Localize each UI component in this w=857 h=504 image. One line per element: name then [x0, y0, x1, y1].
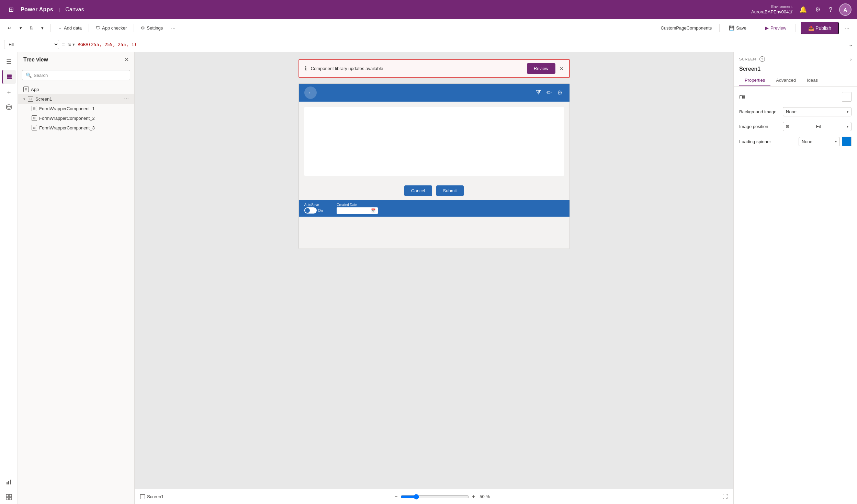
app-content-area — [304, 107, 564, 176]
background-image-label: Background image — [739, 109, 783, 114]
app-checker-button[interactable]: 🛡 App checker — [92, 23, 130, 33]
property-select[interactable]: Fill — [4, 40, 59, 49]
settings-button[interactable]: ⚙ Settings — [137, 23, 166, 33]
save-icon: 💾 — [729, 25, 734, 31]
right-panel-expand-icon[interactable]: › — [850, 57, 852, 62]
background-image-select[interactable]: None ▾ — [783, 107, 852, 116]
tree-close-button[interactable]: ✕ — [124, 56, 129, 63]
loading-spinner-label: Loading spinner — [739, 139, 799, 144]
chevron-down-icon: ▾ — [20, 25, 22, 31]
img-pos-chevron-icon: ▾ — [847, 125, 848, 128]
zoom-plus-button[interactable]: + — [472, 494, 475, 500]
svg-rect-5 — [8, 481, 9, 484]
zoom-slider[interactable] — [401, 494, 469, 500]
component-icon-button[interactable] — [2, 490, 16, 504]
fill-color-swatch[interactable] — [842, 92, 852, 102]
secondary-toolbar: ↩ ▾ ⎘ ▾ ＋ Add data 🛡 App checker ⚙ Setti… — [0, 19, 857, 37]
layers-icon-button[interactable] — [2, 70, 16, 84]
form3-item-icon: ⊞ — [32, 125, 37, 130]
more-options-button[interactable]: ⋯ — [168, 23, 179, 33]
footer-autosave-field: AutoSave On — [304, 203, 323, 214]
help-icon[interactable]: ? — [827, 5, 834, 15]
tree-item-form2[interactable]: ⊞ FormWrapperComponent_2 — [18, 113, 134, 123]
data-icon-button[interactable] — [2, 100, 16, 114]
image-position-select[interactable]: ⊡ Fit ▾ — [783, 122, 852, 131]
undo-dropdown-button[interactable]: ▾ — [16, 23, 25, 33]
screen-item-icon: □ — [28, 96, 33, 102]
notification-icon[interactable]: 🔔 — [798, 4, 808, 15]
publish-icon: 📤 — [808, 25, 814, 31]
fullscreen-button[interactable]: ⛶ — [722, 494, 728, 500]
spinner-chevron-icon: ▾ — [835, 140, 837, 144]
waffle-menu-icon[interactable]: ⊞ — [5, 4, 16, 15]
chart-icon-button[interactable] — [2, 475, 16, 489]
formula-expand-icon[interactable]: ⌄ — [848, 41, 853, 48]
svg-rect-1 — [7, 76, 12, 78]
tab-ideas[interactable]: Ideas — [801, 75, 823, 86]
edit-icon[interactable]: ✏ — [545, 88, 553, 98]
play-icon: ▶ — [765, 25, 769, 31]
toggle-thumb — [305, 208, 310, 213]
banner-close-button[interactable]: ✕ — [560, 66, 564, 71]
zoom-controls: − + 50 % — [394, 494, 492, 500]
app-submit-button[interactable]: Submit — [436, 185, 464, 196]
app-type: Canvas — [65, 7, 84, 13]
zoom-bar: Screen1 − + 50 % ⛶ — [135, 489, 733, 504]
autosave-toggle[interactable] — [304, 207, 317, 214]
save-button[interactable]: 💾 Save — [724, 23, 751, 33]
footer-toggle: On — [304, 207, 323, 214]
calendar-icon: 📅 — [371, 208, 376, 213]
tree-item-screen1[interactable]: ▾ □ Screen1 ⋯ — [18, 94, 134, 104]
tab-properties[interactable]: Properties — [739, 75, 770, 86]
spinner-color-swatch[interactable] — [842, 137, 852, 146]
search-input[interactable] — [34, 73, 126, 78]
publish-button[interactable]: 📤 Publish — [801, 22, 839, 34]
tree-item-form3[interactable]: ⊞ FormWrapperComponent_3 — [18, 123, 134, 133]
undo-icon: ↩ — [8, 25, 11, 31]
toolbar-sep-4 — [719, 24, 720, 32]
right-panel-content: Fill Background image None ▾ Image posit… — [734, 87, 857, 504]
svg-rect-10 — [9, 497, 12, 500]
filter-icon[interactable]: ⧩ — [534, 88, 542, 98]
fill-property-row: Fill — [739, 92, 852, 102]
tree-item-form1-label: FormWrapperComponent_1 — [39, 106, 95, 111]
date-input[interactable]: 📅 — [337, 207, 378, 214]
loading-spinner-property-row: Loading spinner None ▾ — [739, 137, 852, 146]
user-avatar[interactable]: A — [839, 3, 852, 16]
checker-icon: 🛡 — [96, 25, 100, 31]
banner-review-button[interactable]: Review — [527, 63, 555, 74]
app-cancel-button[interactable]: Cancel — [404, 185, 432, 196]
more-actions-button[interactable]: ⋯ — [842, 23, 853, 33]
tree-item-more-icon[interactable]: ⋯ — [124, 96, 129, 102]
loading-spinner-select[interactable]: None ▾ — [799, 137, 840, 146]
form1-item-icon: ⊞ — [32, 106, 37, 111]
copy-button[interactable]: ⎘ — [27, 23, 36, 33]
image-position-label: Image position — [739, 124, 783, 129]
settings-icon[interactable]: ⚙ — [814, 4, 822, 15]
svg-rect-2 — [7, 78, 12, 79]
form2-item-icon: ⊞ — [32, 115, 37, 121]
banner-info-icon: ℹ — [305, 65, 307, 72]
add-icon-button[interactable]: ＋ — [2, 85, 16, 99]
tree-items: ⊞ App ▾ □ Screen1 ⋯ ⊞ FormWrapperCompone… — [18, 83, 134, 504]
app-back-button[interactable]: ← — [304, 87, 317, 99]
tab-advanced[interactable]: Advanced — [770, 75, 801, 86]
svg-rect-9 — [6, 497, 9, 500]
left-icon-sidebar: ☰ ＋ — [0, 52, 18, 504]
undo-button[interactable]: ↩ — [4, 23, 15, 33]
copy-dropdown-button[interactable]: ▾ — [38, 23, 47, 33]
tree-item-form1[interactable]: ⊞ FormWrapperComponent_1 — [18, 104, 134, 113]
image-position-property-row: Image position ⊡ Fit ▾ — [739, 122, 852, 131]
formula-bar: Fill = fx ▾ ⌄ — [0, 37, 857, 52]
right-panel-header: SCREEN ? › Screen1 Properties Advanced I… — [734, 52, 857, 87]
search-icon: 🔍 — [26, 72, 32, 78]
zoom-minus-button[interactable]: − — [394, 494, 397, 500]
preview-button[interactable]: ▶ Preview — [761, 23, 791, 33]
add-data-button[interactable]: ＋ Add data — [54, 23, 85, 33]
app-inner: ← ⧩ ✏ ⚙ Cancel Submit — [299, 84, 570, 249]
screen-help-icon[interactable]: ? — [759, 56, 765, 62]
menu-icon-button[interactable]: ☰ — [2, 55, 16, 69]
app-settings-icon[interactable]: ⚙ — [556, 88, 564, 98]
formula-input[interactable] — [78, 42, 846, 47]
tree-item-app[interactable]: ⊞ App — [18, 84, 134, 94]
